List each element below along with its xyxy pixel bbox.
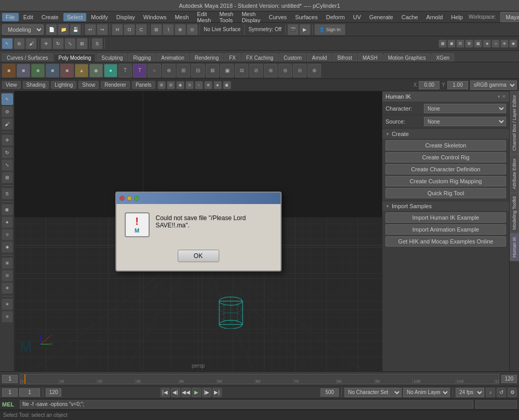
lt-tool5[interactable]: ⊠: [2, 258, 13, 269]
menu-mesh-tools[interactable]: Mesh Tools: [216, 10, 237, 24]
menu-edit[interactable]: Edit: [20, 13, 37, 21]
menu-deform[interactable]: Deform: [322, 13, 348, 21]
ipr-btn[interactable]: ▶: [299, 24, 311, 35]
shelf-tab-fx[interactable]: FX: [224, 53, 241, 62]
lt-tool4[interactable]: ◉: [2, 241, 13, 253]
source-select[interactable]: None: [424, 117, 506, 126]
vc-icon5[interactable]: ○: [195, 81, 203, 89]
extra-btn5[interactable]: ▩: [474, 39, 482, 48]
shelf-icon-13[interactable]: ⊞: [177, 64, 190, 77]
move-tool[interactable]: ✛: [2, 134, 13, 146]
y-input[interactable]: [447, 81, 468, 89]
menu-display[interactable]: Display: [113, 13, 139, 21]
component-btn[interactable]: C: [136, 24, 147, 35]
snap-view-btn[interactable]: ⊙: [187, 24, 198, 35]
lasso-btn[interactable]: ⊖: [14, 38, 25, 49]
shelf-icon-3[interactable]: ■: [31, 64, 45, 77]
mode-dropdown[interactable]: Modeling: [2, 24, 44, 35]
show-btn[interactable]: Show: [78, 81, 99, 89]
shelf-icon-2[interactable]: ■: [17, 64, 30, 77]
rotate-tool[interactable]: ↻: [2, 147, 13, 158]
shelf-tab-rigging[interactable]: Rigging: [128, 53, 155, 62]
no-character-select[interactable]: No Character Set: [344, 388, 402, 397]
shelf-tab-anim[interactable]: Animation: [156, 53, 189, 62]
lt-tool9[interactable]: ⊘: [2, 311, 13, 322]
settings-btn[interactable]: ⚙: [508, 388, 517, 397]
shelf-tab-custom[interactable]: Custom: [279, 53, 306, 62]
shelf-tab-sculpt[interactable]: Sculpting: [97, 53, 127, 62]
command-input[interactable]: [20, 400, 473, 409]
vc-icon6[interactable]: ⊕: [204, 81, 212, 89]
shelf-icon-21[interactable]: ⊝: [293, 64, 307, 77]
step-back-btn[interactable]: ◀|: [171, 388, 180, 397]
extra-btn6[interactable]: ◈: [483, 39, 491, 48]
shading-btn[interactable]: Shading: [23, 81, 49, 89]
fps-select[interactable]: 24 fps: [456, 388, 484, 397]
soft-mod-btn[interactable]: S: [91, 38, 103, 49]
extra-btn8[interactable]: ⊕: [500, 39, 509, 48]
save-file-btn[interactable]: 💾: [70, 24, 81, 35]
extra-btn2[interactable]: ▣: [447, 39, 456, 48]
paint-sel-btn[interactable]: 🖌: [25, 38, 37, 49]
shelf-icon-20[interactable]: ⊜: [278, 64, 292, 77]
select-tool[interactable]: ↖: [2, 93, 13, 105]
menu-surfaces[interactable]: Surfaces: [291, 13, 321, 21]
skip-to-start-btn[interactable]: |◀: [161, 388, 170, 397]
select-tool-btn[interactable]: ↖: [2, 38, 13, 49]
shelf-tab-poly[interactable]: Poly Modeling: [54, 53, 96, 62]
menu-mesh-display[interactable]: Mesh Display: [238, 10, 264, 24]
object-btn[interactable]: O: [124, 24, 135, 35]
menu-select[interactable]: Select: [63, 13, 87, 21]
gamma-select[interactable]: sRGB gamma: [470, 80, 517, 90]
vc-icon7[interactable]: ◈: [214, 81, 222, 89]
snap-point-btn[interactable]: ⊕: [175, 24, 186, 35]
create-char-def-btn[interactable]: Create Character Definition: [385, 164, 506, 174]
skip-to-end-btn[interactable]: ▶|: [212, 388, 222, 397]
renderer-btn[interactable]: Renderer: [101, 81, 130, 89]
vc-icon1[interactable]: ⊞: [157, 81, 166, 89]
timeline-ruler[interactable]: 1 10 20 30 40 50 60 70 80 90 100 110 120: [20, 374, 499, 384]
sign-in-btn[interactable]: 👤 Sign In: [314, 24, 345, 35]
audio-btn[interactable]: ♪: [486, 388, 495, 397]
x-input[interactable]: [419, 81, 440, 89]
shelf-tab-curves[interactable]: Curves / Surfaces: [2, 53, 52, 62]
extra-btn9[interactable]: ◉: [509, 39, 517, 48]
hierarchy-btn[interactable]: H: [112, 24, 123, 35]
menu-generate[interactable]: Generate: [366, 13, 397, 21]
menu-file[interactable]: File: [2, 13, 19, 21]
human-ik-tab[interactable]: Human IK: [510, 233, 519, 261]
view-btn[interactable]: View: [2, 81, 21, 89]
play-back-btn[interactable]: ◀◀: [181, 388, 191, 397]
viewport[interactable]: persp M x y z: [15, 91, 382, 371]
snap-grid-btn[interactable]: ⊞: [151, 24, 162, 35]
play-fwd-btn[interactable]: ▶: [192, 388, 201, 397]
shelf-icon-11[interactable]: ○: [148, 64, 161, 77]
menu-modify[interactable]: Modify: [87, 13, 111, 21]
soft-mod[interactable]: S: [2, 188, 13, 199]
vc-icon8[interactable]: ▣: [223, 81, 231, 89]
shelf-tab-arnold[interactable]: Arnold: [307, 53, 331, 62]
shelf-icon-14[interactable]: ⊟: [191, 64, 205, 77]
shelf-tab-bifrost[interactable]: Bifrost: [332, 53, 356, 62]
current-frame-input[interactable]: [19, 388, 40, 397]
shelf-icon-18[interactable]: ⊘: [249, 64, 263, 77]
range-end-input[interactable]: [46, 388, 61, 397]
close-dot[interactable]: [119, 196, 125, 201]
menu-mesh[interactable]: Mesh: [171, 13, 192, 21]
vc-icon4[interactable]: ⊙: [185, 81, 194, 89]
menu-uv[interactable]: UV: [350, 13, 365, 21]
shelf-tab-render[interactable]: Rendering: [190, 53, 223, 62]
shelf-tab-fxcache[interactable]: FX Caching: [242, 53, 278, 62]
import-section-header[interactable]: ▼ Import Samples: [382, 201, 509, 211]
menu-cache[interactable]: Cache: [398, 13, 422, 21]
extra-btn3[interactable]: ⊟: [456, 39, 464, 48]
shelf-icon-4[interactable]: ■: [46, 64, 59, 77]
modeling-toolkit-tab[interactable]: Modeling Toolkit: [510, 193, 519, 233]
create-custom-rig-btn[interactable]: Create Custom Rig Mapping: [385, 176, 506, 186]
shelf-icon-15[interactable]: ⊠: [206, 64, 219, 77]
vc-icon2[interactable]: ⊟: [167, 81, 175, 89]
scale-btn[interactable]: ⤡: [64, 38, 76, 49]
extra-btn1[interactable]: ▦: [438, 39, 447, 48]
shelf-icon-16[interactable]: ▣: [220, 64, 234, 77]
menu-curves[interactable]: Curves: [265, 13, 290, 21]
